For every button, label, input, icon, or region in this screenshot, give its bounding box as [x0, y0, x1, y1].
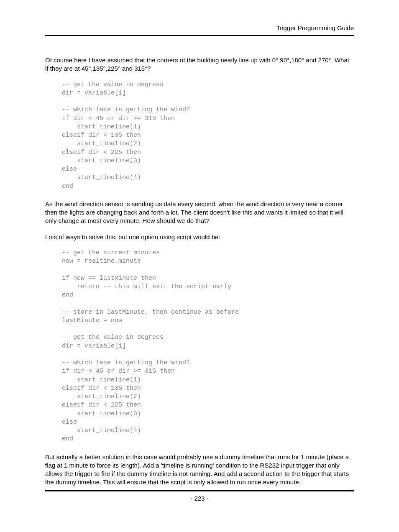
page-footer: - 223 - — [45, 490, 354, 502]
code-block-2: -- get the current minutes now = realtim… — [62, 249, 354, 444]
header-title: Trigger Programming Guide — [276, 24, 354, 31]
page-content: Trigger Programming Guide Of course here… — [0, 0, 399, 487]
code-block-1: -- get the value in degrees dir = variab… — [62, 81, 354, 191]
paragraph-1: Of course here I have assumed that the c… — [45, 56, 354, 73]
paragraph-2: As the wind direction sensor is sending … — [45, 200, 354, 225]
page-header: Trigger Programming Guide — [45, 24, 354, 36]
paragraph-3: Lots of ways to solve this, but one opti… — [45, 233, 354, 241]
page-number: - 223 - — [190, 495, 208, 502]
paragraph-4: But actually a better solution in this c… — [45, 453, 354, 487]
